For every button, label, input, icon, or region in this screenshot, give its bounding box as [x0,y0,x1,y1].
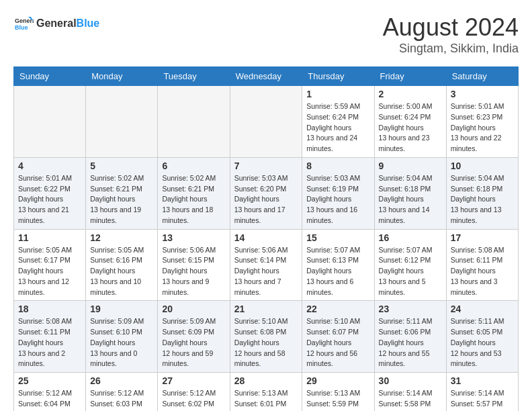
calendar-cell: 13Sunrise: 5:06 AMSunset: 6:15 PMDayligh… [158,229,230,301]
day-number: 22 [306,304,369,314]
day-info: Sunrise: 5:10 AMSunset: 6:07 PMDaylight … [306,316,369,369]
svg-text:Blue: Blue [15,24,28,31]
calendar-cell: 1Sunrise: 5:59 AMSunset: 6:24 PMDaylight… [302,86,374,158]
day-info: Sunrise: 5:14 AMSunset: 5:58 PMDaylight … [379,388,442,411]
day-info: Sunrise: 5:14 AMSunset: 5:57 PMDaylight … [451,388,514,411]
calendar-cell [14,86,86,158]
month-year-title: August 2024 [383,13,519,42]
day-number: 11 [18,232,81,243]
col-header-saturday: Saturday [446,67,518,86]
calendar-cell [158,86,230,158]
day-number: 20 [162,304,225,314]
day-number: 31 [451,375,514,386]
day-number: 14 [234,232,298,243]
calendar-cell: 28Sunrise: 5:13 AMSunset: 6:01 PMDayligh… [230,373,302,412]
calendar-cell: 11Sunrise: 5:05 AMSunset: 6:17 PMDayligh… [14,229,86,301]
calendar-table: SundayMondayTuesdayWednesdayThursdayFrid… [13,66,519,411]
day-number: 24 [451,304,514,314]
day-number: 12 [90,232,153,243]
calendar-week-row: 25Sunrise: 5:12 AMSunset: 6:04 PMDayligh… [14,373,519,412]
day-number: 18 [18,304,81,314]
day-info: Sunrise: 5:08 AMSunset: 6:11 PMDaylight … [451,245,514,298]
calendar-cell: 25Sunrise: 5:12 AMSunset: 6:04 PMDayligh… [14,373,86,412]
day-info: Sunrise: 5:08 AMSunset: 6:11 PMDaylight … [18,316,81,369]
day-info: Sunrise: 5:11 AMSunset: 6:05 PMDaylight … [451,316,514,369]
calendar-cell: 31Sunrise: 5:14 AMSunset: 5:57 PMDayligh… [446,373,518,412]
calendar-cell: 5Sunrise: 5:02 AMSunset: 6:21 PMDaylight… [86,157,158,229]
day-info: Sunrise: 5:07 AMSunset: 6:12 PMDaylight … [379,245,442,298]
logo-general: GeneralBlue [36,17,99,30]
calendar-cell: 12Sunrise: 5:05 AMSunset: 6:16 PMDayligh… [86,229,158,301]
calendar-cell: 3Sunrise: 5:01 AMSunset: 6:23 PMDaylight… [446,86,518,158]
calendar-cell: 30Sunrise: 5:14 AMSunset: 5:58 PMDayligh… [374,373,446,412]
day-info: Sunrise: 5:02 AMSunset: 6:21 PMDaylight … [90,173,153,226]
calendar-cell: 10Sunrise: 5:04 AMSunset: 6:18 PMDayligh… [446,157,518,229]
day-info: Sunrise: 5:13 AMSunset: 5:59 PMDaylight … [306,388,369,411]
calendar-cell [230,86,302,158]
day-number: 5 [90,161,153,171]
calendar-cell: 24Sunrise: 5:11 AMSunset: 6:05 PMDayligh… [446,301,518,373]
day-number: 27 [162,375,225,386]
day-info: Sunrise: 5:00 AMSunset: 6:24 PMDaylight … [379,101,442,154]
day-info: Sunrise: 5:05 AMSunset: 6:16 PMDaylight … [90,245,153,298]
calendar-cell: 21Sunrise: 5:10 AMSunset: 6:08 PMDayligh… [230,301,302,373]
day-info: Sunrise: 5:11 AMSunset: 6:06 PMDaylight … [379,316,442,369]
day-info: Sunrise: 5:09 AMSunset: 6:09 PMDaylight … [162,316,225,369]
day-info: Sunrise: 5:07 AMSunset: 6:13 PMDaylight … [306,245,369,298]
calendar-week-row: 1Sunrise: 5:59 AMSunset: 6:24 PMDaylight… [14,86,519,158]
col-header-monday: Monday [86,67,158,86]
calendar-cell: 19Sunrise: 5:09 AMSunset: 6:10 PMDayligh… [86,301,158,373]
calendar-header-row: SundayMondayTuesdayWednesdayThursdayFrid… [14,67,519,86]
page-header: General Blue GeneralBlue August 2024 Sin… [13,13,519,56]
day-info: Sunrise: 5:13 AMSunset: 6:01 PMDaylight … [234,388,298,411]
col-header-sunday: Sunday [14,67,86,86]
day-number: 29 [306,375,369,386]
day-number: 2 [379,89,442,99]
day-number: 21 [234,304,298,314]
col-header-wednesday: Wednesday [230,67,302,86]
day-info: Sunrise: 5:06 AMSunset: 6:15 PMDaylight … [162,245,225,298]
calendar-cell: 15Sunrise: 5:07 AMSunset: 6:13 PMDayligh… [302,229,374,301]
calendar-week-row: 4Sunrise: 5:01 AMSunset: 6:22 PMDaylight… [14,157,519,229]
day-number: 1 [306,89,369,99]
calendar-cell: 7Sunrise: 5:03 AMSunset: 6:20 PMDaylight… [230,157,302,229]
day-info: Sunrise: 5:01 AMSunset: 6:22 PMDaylight … [18,173,81,226]
day-info: Sunrise: 5:09 AMSunset: 6:10 PMDaylight … [90,316,153,369]
calendar-cell: 17Sunrise: 5:08 AMSunset: 6:11 PMDayligh… [446,229,518,301]
calendar-cell: 23Sunrise: 5:11 AMSunset: 6:06 PMDayligh… [374,301,446,373]
col-header-thursday: Thursday [302,67,374,86]
day-info: Sunrise: 5:03 AMSunset: 6:20 PMDaylight … [234,173,298,226]
day-info: Sunrise: 5:04 AMSunset: 6:18 PMDaylight … [451,173,514,226]
calendar-cell: 27Sunrise: 5:12 AMSunset: 6:02 PMDayligh… [158,373,230,412]
calendar-cell: 26Sunrise: 5:12 AMSunset: 6:03 PMDayligh… [86,373,158,412]
day-number: 8 [306,161,369,171]
day-number: 17 [451,232,514,243]
day-number: 23 [379,304,442,314]
logo: General Blue GeneralBlue [13,13,99,34]
calendar-cell: 22Sunrise: 5:10 AMSunset: 6:07 PMDayligh… [302,301,374,373]
day-info: Sunrise: 5:59 AMSunset: 6:24 PMDaylight … [306,101,369,154]
day-number: 3 [451,89,514,99]
calendar-cell: 2Sunrise: 5:00 AMSunset: 6:24 PMDaylight… [374,86,446,158]
calendar-cell: 20Sunrise: 5:09 AMSunset: 6:09 PMDayligh… [158,301,230,373]
day-number: 9 [379,161,442,171]
day-number: 13 [162,232,225,243]
calendar-cell: 9Sunrise: 5:04 AMSunset: 6:18 PMDaylight… [374,157,446,229]
calendar-cell: 14Sunrise: 5:06 AMSunset: 6:14 PMDayligh… [230,229,302,301]
day-info: Sunrise: 5:04 AMSunset: 6:18 PMDaylight … [379,173,442,226]
day-info: Sunrise: 5:12 AMSunset: 6:04 PMDaylight … [18,388,81,411]
day-info: Sunrise: 5:02 AMSunset: 6:21 PMDaylight … [162,173,225,226]
day-info: Sunrise: 5:12 AMSunset: 6:03 PMDaylight … [90,388,153,411]
day-number: 19 [90,304,153,314]
calendar-week-row: 11Sunrise: 5:05 AMSunset: 6:17 PMDayligh… [14,229,519,301]
day-number: 25 [18,375,81,386]
calendar-cell: 6Sunrise: 5:02 AMSunset: 6:21 PMDaylight… [158,157,230,229]
day-info: Sunrise: 5:10 AMSunset: 6:08 PMDaylight … [234,316,298,369]
day-number: 6 [162,161,225,171]
calendar-cell: 29Sunrise: 5:13 AMSunset: 5:59 PMDayligh… [302,373,374,412]
location-subtitle: Singtam, Sikkim, India [383,42,519,56]
day-info: Sunrise: 5:12 AMSunset: 6:02 PMDaylight … [162,388,225,411]
day-number: 4 [18,161,81,171]
calendar-cell: 4Sunrise: 5:01 AMSunset: 6:22 PMDaylight… [14,157,86,229]
calendar-cell: 16Sunrise: 5:07 AMSunset: 6:12 PMDayligh… [374,229,446,301]
